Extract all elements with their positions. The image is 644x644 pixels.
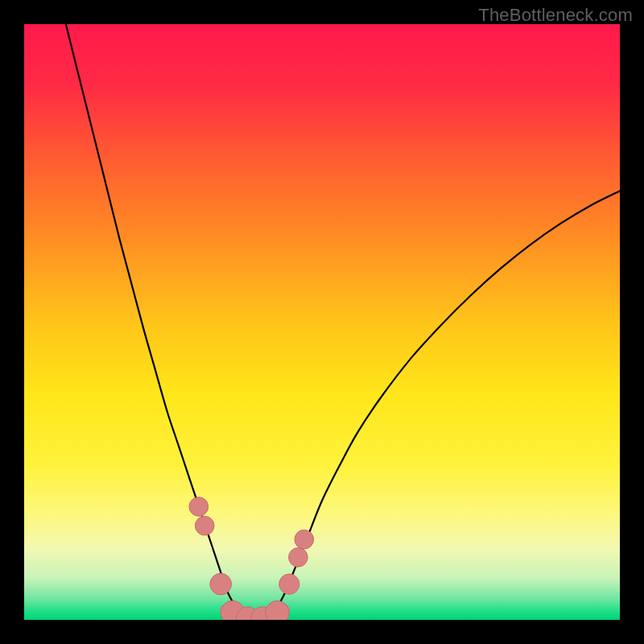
watermark-text: TheBottleneck.com <box>478 5 633 26</box>
marker-dot <box>279 574 299 594</box>
gradient-background <box>24 24 620 620</box>
marker-dot <box>210 573 232 595</box>
bottleneck-chart <box>24 24 620 620</box>
marker-dot <box>189 497 208 517</box>
marker-dot <box>289 547 308 567</box>
chart-frame: TheBottleneck.com <box>0 0 644 644</box>
marker-dot <box>295 530 314 549</box>
marker-dot <box>195 516 214 535</box>
marker-dot <box>266 601 290 620</box>
